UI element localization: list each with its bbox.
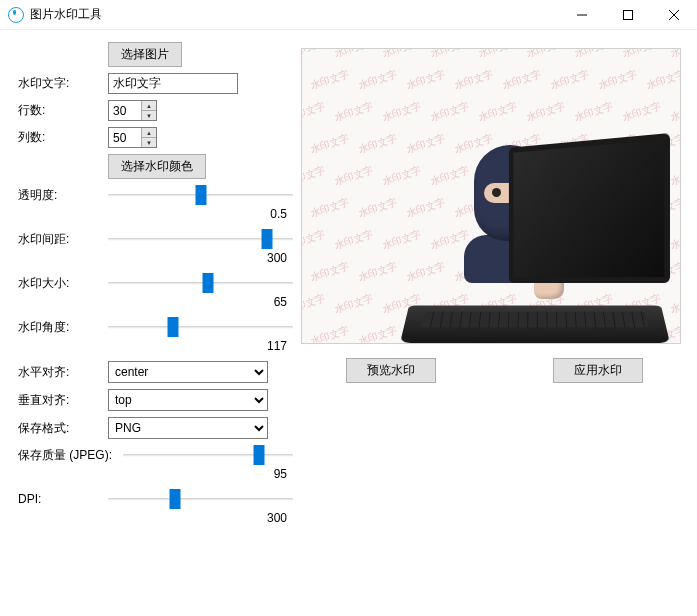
save-format-select[interactable]: PNGJPEG bbox=[108, 417, 268, 439]
svg-rect-1 bbox=[624, 10, 633, 19]
dpi-slider[interactable] bbox=[108, 489, 293, 509]
angle-label: 水印角度: bbox=[18, 319, 108, 336]
opacity-label: 透明度: bbox=[18, 187, 108, 204]
rows-up-icon[interactable]: ▲ bbox=[142, 101, 156, 111]
cols-spinner[interactable]: ▲ ▼ bbox=[108, 127, 157, 148]
laptop-graphic bbox=[400, 133, 670, 343]
size-value: 65 bbox=[18, 295, 287, 309]
preview-button[interactable]: 预览水印 bbox=[346, 358, 436, 383]
size-thumb[interactable] bbox=[202, 273, 213, 293]
watermark-sample: 水印文字 bbox=[525, 99, 567, 125]
watermark-sample: 水印文字 bbox=[453, 67, 495, 93]
choose-color-button[interactable]: 选择水印颜色 bbox=[108, 154, 206, 179]
watermark-sample: 水印文字 bbox=[309, 67, 351, 93]
watermark-sample: 水印文字 bbox=[301, 291, 327, 317]
spacing-thumb[interactable] bbox=[262, 229, 273, 249]
watermark-sample: 水印文字 bbox=[621, 99, 663, 125]
preview-image: 水印文字水印文字水印文字水印文字水印文字水印文字水印文字水印文字水印文字水印文字… bbox=[301, 48, 681, 344]
watermark-sample: 水印文字 bbox=[301, 323, 303, 344]
watermark-sample: 水印文字 bbox=[669, 99, 681, 125]
angle-thumb[interactable] bbox=[167, 317, 178, 337]
watermark-sample: 水印文字 bbox=[309, 131, 351, 157]
close-button[interactable] bbox=[651, 0, 697, 29]
watermark-sample: 水印文字 bbox=[333, 163, 375, 189]
left-panel: 选择图片 水印文字: 行数: ▲ ▼ 列数: ▲ ▼ bbox=[18, 42, 293, 533]
cols-input[interactable] bbox=[109, 128, 141, 147]
watermark-sample: 水印文字 bbox=[573, 48, 615, 61]
dpi-thumb[interactable] bbox=[169, 489, 180, 509]
watermark-sample: 水印文字 bbox=[525, 48, 567, 61]
watermark-sample: 水印文字 bbox=[301, 227, 327, 253]
watermark-sample: 水印文字 bbox=[301, 99, 327, 125]
window-title: 图片水印工具 bbox=[30, 6, 559, 23]
save-format-label: 保存格式: bbox=[18, 420, 108, 437]
valign-select[interactable]: topcenterbottom bbox=[108, 389, 268, 411]
halign-label: 水平对齐: bbox=[18, 364, 108, 381]
watermark-sample: 水印文字 bbox=[309, 195, 351, 221]
watermark-sample: 水印文字 bbox=[597, 67, 639, 93]
watermark-sample: 水印文字 bbox=[333, 48, 375, 61]
rows-label: 行数: bbox=[18, 102, 108, 119]
cols-up-icon[interactable]: ▲ bbox=[142, 128, 156, 138]
watermark-sample: 水印文字 bbox=[333, 99, 375, 125]
watermark-sample: 水印文字 bbox=[501, 67, 543, 93]
rows-input[interactable] bbox=[109, 101, 141, 120]
watermark-sample: 水印文字 bbox=[429, 99, 471, 125]
valign-label: 垂直对齐: bbox=[18, 392, 108, 409]
watermark-text-label: 水印文字: bbox=[18, 75, 108, 92]
maximize-button[interactable] bbox=[605, 0, 651, 29]
app-icon bbox=[8, 7, 24, 23]
choose-image-button[interactable]: 选择图片 bbox=[108, 42, 182, 67]
watermark-sample: 水印文字 bbox=[477, 48, 519, 61]
watermark-sample: 水印文字 bbox=[309, 323, 351, 344]
watermark-sample: 水印文字 bbox=[309, 259, 351, 285]
watermark-text-input[interactable] bbox=[108, 73, 238, 94]
watermark-sample: 水印文字 bbox=[357, 67, 399, 93]
size-slider[interactable] bbox=[108, 273, 293, 293]
watermark-sample: 水印文字 bbox=[357, 323, 399, 344]
watermark-sample: 水印文字 bbox=[301, 163, 327, 189]
angle-value: 117 bbox=[18, 339, 287, 353]
quality-value: 95 bbox=[18, 467, 287, 481]
quality-thumb[interactable] bbox=[254, 445, 265, 465]
watermark-sample: 水印文字 bbox=[669, 48, 681, 61]
watermark-sample: 水印文字 bbox=[301, 259, 303, 285]
rows-down-icon[interactable]: ▼ bbox=[142, 111, 156, 120]
watermark-sample: 水印文字 bbox=[405, 67, 447, 93]
watermark-sample: 水印文字 bbox=[621, 48, 663, 61]
cols-down-icon[interactable]: ▼ bbox=[142, 138, 156, 147]
watermark-sample: 水印文字 bbox=[357, 131, 399, 157]
watermark-sample: 水印文字 bbox=[669, 227, 681, 253]
opacity-thumb[interactable] bbox=[195, 185, 206, 205]
opacity-slider[interactable] bbox=[108, 185, 293, 205]
watermark-sample: 水印文字 bbox=[669, 291, 681, 317]
watermark-sample: 水印文字 bbox=[549, 67, 591, 93]
halign-select[interactable]: leftcenterright bbox=[108, 361, 268, 383]
watermark-sample: 水印文字 bbox=[301, 195, 303, 221]
rows-spinner[interactable]: ▲ ▼ bbox=[108, 100, 157, 121]
watermark-sample: 水印文字 bbox=[333, 227, 375, 253]
watermark-sample: 水印文字 bbox=[333, 291, 375, 317]
right-panel: 水印文字水印文字水印文字水印文字水印文字水印文字水印文字水印文字水印文字水印文字… bbox=[293, 42, 687, 533]
spacing-slider[interactable] bbox=[108, 229, 293, 249]
dpi-value: 300 bbox=[18, 511, 287, 525]
watermark-sample: 水印文字 bbox=[301, 131, 303, 157]
quality-label: 保存质量 (JPEG): bbox=[18, 447, 123, 464]
watermark-sample: 水印文字 bbox=[301, 67, 303, 93]
minimize-button[interactable] bbox=[559, 0, 605, 29]
apply-button[interactable]: 应用水印 bbox=[553, 358, 643, 383]
watermark-sample: 水印文字 bbox=[357, 195, 399, 221]
dpi-label: DPI: bbox=[18, 492, 108, 506]
cols-label: 列数: bbox=[18, 129, 108, 146]
quality-slider[interactable] bbox=[123, 445, 293, 465]
angle-slider[interactable] bbox=[108, 317, 293, 337]
watermark-sample: 水印文字 bbox=[357, 259, 399, 285]
opacity-value: 0.5 bbox=[18, 207, 287, 221]
watermark-sample: 水印文字 bbox=[381, 48, 423, 61]
watermark-sample: 水印文字 bbox=[669, 163, 681, 189]
size-label: 水印大小: bbox=[18, 275, 108, 292]
watermark-sample: 水印文字 bbox=[477, 99, 519, 125]
spacing-value: 300 bbox=[18, 251, 287, 265]
watermark-sample: 水印文字 bbox=[301, 48, 327, 61]
watermark-sample: 水印文字 bbox=[645, 67, 681, 93]
